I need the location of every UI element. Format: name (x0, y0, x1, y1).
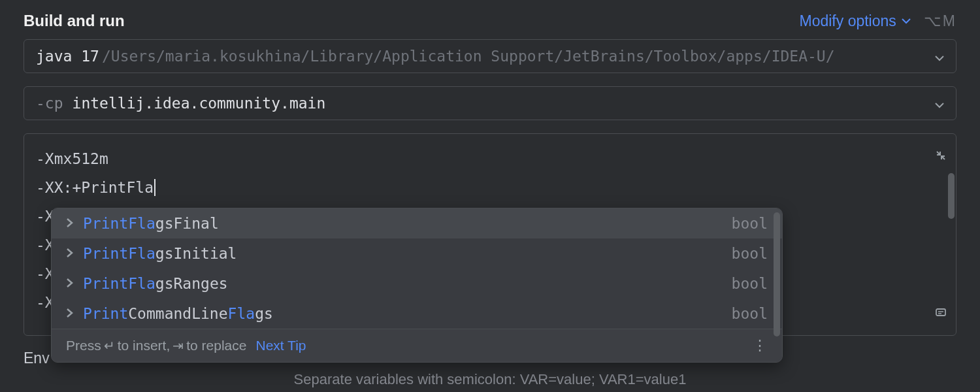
chevron-right-icon (66, 276, 74, 291)
chevron-down-icon (935, 95, 944, 112)
more-menu-icon[interactable]: ⋮ (753, 337, 768, 354)
vm-arg-line: -Xmx512m (36, 144, 944, 173)
autocomplete-type: bool (732, 275, 768, 292)
classpath-value: intellij.idea.community.main (73, 95, 326, 112)
text-cursor (154, 179, 155, 196)
autocomplete-item[interactable]: PrintFlagsInitial bool (52, 238, 782, 269)
classpath-flag: -cp (36, 95, 63, 112)
svg-rect-0 (936, 309, 945, 316)
scrollbar-thumb[interactable] (774, 212, 780, 336)
autocomplete-item[interactable]: PrintFlagsRanges bool (52, 269, 782, 299)
autocomplete-item[interactable]: PrintCommandLineFlags bool (52, 299, 782, 329)
vm-arg-line: -XX:+PrintFla (36, 173, 944, 202)
autocomplete-type: bool (732, 215, 768, 232)
autocomplete-name: PrintFlagsInitial (83, 245, 237, 262)
chevron-down-icon (902, 15, 911, 27)
tab-key-icon: ⇥ (172, 338, 184, 353)
jdk-selector[interactable]: java 17 /Users/maria.kosukhina/Library/A… (24, 39, 956, 73)
autocomplete-type: bool (732, 245, 768, 262)
next-tip-link[interactable]: Next Tip (255, 338, 306, 353)
env-variables-hint: Separate variables with semicolon: VAR=v… (0, 371, 980, 388)
scrollbar-thumb[interactable] (948, 173, 955, 219)
modify-options-label: Modify options (800, 12, 896, 30)
chevron-down-icon (935, 48, 944, 65)
expand-icon[interactable] (935, 299, 947, 327)
jdk-path: /Users/maria.kosukhina/Library/Applicati… (102, 48, 935, 65)
section-title: Build and run (24, 12, 125, 30)
autocomplete-name: PrintCommandLineFlags (83, 305, 273, 322)
autocomplete-item[interactable]: PrintFlagsFinal bool (52, 208, 782, 238)
jdk-version: java 17 (36, 48, 99, 65)
autocomplete-name: PrintFlagsRanges (83, 275, 228, 292)
enter-key-icon: ↵ (104, 338, 115, 353)
chevron-right-icon (66, 216, 74, 231)
collapse-icon[interactable] (935, 142, 947, 171)
env-label-fragment: Env (24, 350, 50, 367)
modify-options-link[interactable]: Modify options (800, 12, 911, 30)
chevron-right-icon (66, 306, 74, 321)
autocomplete-popup: PrintFlagsFinal bool PrintFlagsInitial b… (51, 208, 783, 363)
autocomplete-name: PrintFlagsFinal (83, 215, 219, 232)
shortcut-hint: ⌥M (924, 12, 956, 30)
autocomplete-type: bool (732, 305, 768, 322)
chevron-right-icon (66, 246, 74, 261)
autocomplete-footer: Press ↵ to insert, ⇥ to replace Next Tip… (52, 329, 782, 362)
classpath-selector[interactable]: -cp intellij.idea.community.main (24, 86, 956, 120)
